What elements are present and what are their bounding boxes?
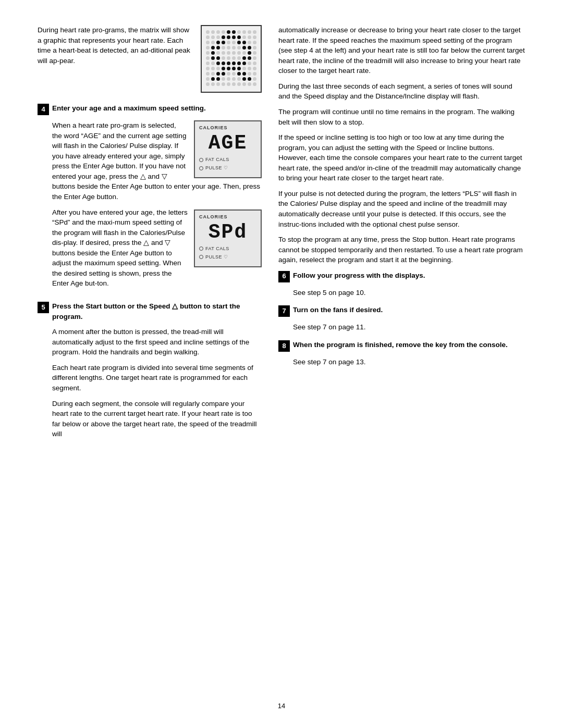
dot-cell xyxy=(237,51,241,55)
dot-cell xyxy=(222,82,225,86)
dot-cell xyxy=(248,41,251,44)
dot-cell xyxy=(216,35,220,39)
dot-cell xyxy=(206,56,210,60)
step8-para: See step 7 on page 13. xyxy=(293,357,525,367)
dot-cell xyxy=(237,41,241,44)
spd-display-container: CALORIES SPd FAT CALS PULSE ♡ xyxy=(194,209,262,267)
dot-cell xyxy=(253,30,256,34)
dot-cell xyxy=(206,77,210,81)
right-para3: The program will continue until no time … xyxy=(278,107,525,127)
spd-digits: SPd xyxy=(199,223,256,242)
dot-matrix-row xyxy=(206,30,256,34)
right-para5: If your pulse is not detected during the… xyxy=(278,189,525,229)
dot-cell xyxy=(237,46,241,50)
dot-cell xyxy=(232,77,236,81)
step5-para1: A moment after the button is pressed, th… xyxy=(52,327,262,357)
dot-cell xyxy=(253,56,256,60)
dot-cell xyxy=(253,82,256,86)
dot-cell xyxy=(216,82,220,86)
dot-matrix-row xyxy=(206,46,256,50)
dot-cell xyxy=(227,67,230,70)
dot-cell xyxy=(248,61,251,65)
step6-number: 6 xyxy=(278,271,290,282)
heart-rate-matrix xyxy=(201,25,262,93)
step5-number: 5 xyxy=(38,302,49,313)
dot-cell xyxy=(227,72,230,76)
dot-cell xyxy=(242,67,246,70)
dot-cell xyxy=(206,41,210,44)
dot-cell xyxy=(237,77,241,81)
dot-cell xyxy=(222,30,225,34)
dot-cell xyxy=(253,77,256,81)
dot-matrix-row xyxy=(206,51,256,55)
dot-cell xyxy=(227,46,230,50)
dot-cell xyxy=(216,56,220,60)
dot-cell xyxy=(216,46,220,50)
right-para1: automatically increase or decrease to br… xyxy=(278,25,525,76)
fat-cals-label2: FAT CALS xyxy=(205,245,229,252)
dot-cell xyxy=(253,67,256,70)
dot-cell xyxy=(211,72,215,76)
dot-cell xyxy=(242,61,246,65)
age-digits: AGE xyxy=(199,133,256,153)
dot-cell xyxy=(248,35,251,39)
dot-cell xyxy=(253,46,256,50)
step8-title: When the program is finished, remove the… xyxy=(293,340,508,350)
dot-cell xyxy=(253,72,256,76)
dot-cell xyxy=(222,35,225,39)
dot-cell xyxy=(248,30,251,34)
dot-cell xyxy=(211,35,215,39)
step8-number: 8 xyxy=(278,340,290,352)
dot-cell xyxy=(222,67,225,70)
dot-cell xyxy=(206,67,210,70)
dot-cell xyxy=(232,82,236,86)
dot-cell xyxy=(253,35,256,39)
dot-cell xyxy=(227,82,230,86)
dot-cell xyxy=(237,35,241,39)
dot-cell xyxy=(211,67,215,70)
dot-cell xyxy=(242,30,246,34)
dot-cell xyxy=(211,61,215,65)
dot-cell xyxy=(237,82,241,86)
dot-cell xyxy=(248,67,251,70)
dot-cell xyxy=(211,41,215,44)
dot-cell xyxy=(248,56,251,60)
dot-cell xyxy=(222,77,225,81)
dot-cell xyxy=(227,35,230,39)
dot-cell xyxy=(211,46,215,50)
spd-cal-display: CALORIES SPd FAT CALS PULSE ♡ xyxy=(194,209,262,267)
step7-para: See step 7 on page 11. xyxy=(293,322,525,332)
step6-para: See step 5 on page 10. xyxy=(293,288,525,298)
dot-cell xyxy=(222,41,225,44)
dot-cell xyxy=(206,35,210,39)
dot-cell xyxy=(242,77,246,81)
dot-cell xyxy=(232,41,236,44)
dot-cell xyxy=(227,51,230,55)
step4-number: 4 xyxy=(38,104,49,115)
dot-cell xyxy=(216,61,220,65)
dot-cell xyxy=(237,67,241,70)
dot-cell xyxy=(206,30,210,34)
dot-cell xyxy=(253,51,256,55)
dot-cell xyxy=(232,51,236,55)
dot-cell xyxy=(227,61,230,65)
dot-cell xyxy=(211,77,215,81)
step7-title: Turn on the fans if desired. xyxy=(293,305,383,315)
pulse-radio2 xyxy=(199,255,203,259)
step5-para3: During each segment, the console will re… xyxy=(52,399,262,439)
dot-cell xyxy=(206,72,210,76)
dot-cell xyxy=(232,30,236,34)
step5-para2: Each heart rate program is divided into … xyxy=(52,363,262,393)
step4-title: Enter your age and a maximum speed setti… xyxy=(52,103,206,114)
dot-cell xyxy=(232,56,236,60)
pulse-label1: PULSE ♡ xyxy=(205,165,228,171)
dot-cell xyxy=(237,72,241,76)
step7-number: 7 xyxy=(278,305,290,317)
step5-title: Press the Start button or the Speed △ bu… xyxy=(52,301,262,322)
dot-cell xyxy=(206,46,210,50)
dot-cell xyxy=(232,72,236,76)
dot-cell xyxy=(227,77,230,81)
dot-cell xyxy=(232,61,236,65)
dot-cell xyxy=(222,51,225,55)
dot-cell xyxy=(227,30,230,34)
